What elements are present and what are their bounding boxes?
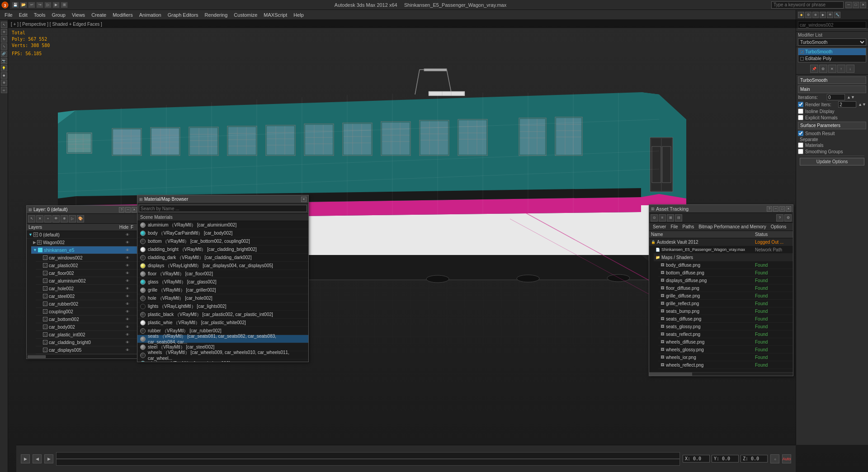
mat-item-displays[interactable]: displays （VRayLightMtl） [car_displays004… (137, 262, 308, 270)
min-button[interactable]: ─ (845, 2, 852, 8)
sidebar-camera[interactable]: 📷 (1, 58, 7, 64)
asset-panel-controls[interactable]: ? ─ □ ✕ (767, 206, 791, 212)
asset-item-wheels-diffuse[interactable]: 🖼 wheels_diffuse.png Found (658, 338, 793, 346)
asset-menu-paths[interactable]: Paths (681, 224, 696, 230)
sidebar-link[interactable]: 🔗 (1, 51, 7, 57)
asset-tb1[interactable]: ⊙ (651, 214, 658, 222)
asset-item-wheels-glossy[interactable]: 🖼 wheels_glossy.png Found (658, 346, 793, 354)
asset-menu-server[interactable]: Server (651, 224, 668, 230)
layer-hide-cardisplays[interactable]: 👁 (124, 347, 131, 353)
layer-scrollbar-h[interactable] (27, 354, 139, 359)
asset-tb2[interactable]: ≡ (659, 214, 666, 222)
asset-scrollbar-thumb[interactable] (649, 373, 692, 376)
viewport-area[interactable]: [ + ] [ Perspective ] [ Shaded + Edged F… (8, 20, 868, 472)
layer-hide-wagon[interactable]: 👁 (124, 239, 131, 245)
material-panel-controls[interactable]: ✕ (301, 197, 307, 202)
sidebar-helpers[interactable]: ⊕ (1, 80, 7, 86)
rp-turbosmooth-title[interactable]: TurboSmooth (798, 76, 866, 84)
rp-iterations-input[interactable] (827, 94, 845, 100)
auto-key-btn[interactable]: Auto (782, 454, 791, 463)
layer-hide-carpint[interactable]: 👁 (124, 331, 131, 338)
rp-modifier-dropdown[interactable]: TurboSmooth Editable Poly Bend Twist (798, 38, 866, 46)
menu-graph-editors[interactable]: Graph Editors (165, 11, 201, 19)
menu-maxscript[interactable]: MAXScript (261, 11, 290, 19)
mat-item-floor[interactable]: floor （VRayMtl） [car_floor002] (137, 270, 308, 278)
layer-view-btn[interactable]: 👁 (52, 215, 60, 222)
asset-item-wheels-reflect[interactable]: 🖼 wheels_reflect.png Found (658, 361, 793, 369)
asset-col-name[interactable]: Name (651, 232, 755, 237)
mat-item-lights[interactable]: lights （VRayLightMtl） [car_lights002] (137, 302, 308, 311)
layer-close-btn[interactable]: ✕ (132, 207, 137, 212)
window-controls-left[interactable]: 💾 📂 ↩ ↪ ▷ ▶ ⊞ (10, 2, 70, 8)
menu-create[interactable]: Create (89, 11, 109, 19)
asset-panel-titlebar[interactable]: ⊞ Asset Tracking ? ─ □ ✕ (649, 205, 793, 213)
layer-color-btn[interactable]: 🎨 (77, 215, 84, 222)
rp-explicit-check[interactable] (798, 115, 803, 120)
rp-mod-delete[interactable]: ✕ (828, 65, 836, 73)
asset-tb4[interactable]: ⊟ (675, 214, 682, 222)
rp-isoline-check[interactable] (798, 109, 803, 114)
layer-item-coupling[interactable]: □ coupling002 👁 (36, 308, 139, 316)
rp-mod-turbosmooth[interactable]: TurboSmooth (798, 48, 866, 55)
menu-animation[interactable]: Animation (137, 11, 164, 19)
layer-hide-carcladding[interactable]: 👁 (124, 339, 131, 345)
rp-mod-editpoly[interactable]: Editable Poly (798, 55, 866, 62)
layer-hide-carbottom[interactable]: 👁 (124, 316, 131, 322)
asset-item-floor-diffuse[interactable]: 🖼 floor_diffuse.png Found (658, 284, 793, 292)
asset-item-maps[interactable]: 📁 Maps / Shaders (654, 254, 793, 261)
asset-tb-settings[interactable]: ⚙ (784, 214, 792, 222)
layer-panel-titlebar[interactable]: ⊞ Layer: 0 (default) ? ─ ✕ (27, 206, 139, 214)
wc-render[interactable]: ▷ (44, 2, 52, 8)
layer-hide-carrubber[interactable]: 👁 (124, 301, 131, 307)
play-btn[interactable]: ▶ (21, 454, 30, 463)
wc-viewports[interactable]: ⊞ (61, 2, 68, 8)
mat-item-seats[interactable]: seats （VRayMtl） [car_seats081, car_seats… (137, 335, 308, 343)
wc-renderall[interactable]: ▶ (52, 2, 60, 8)
rp-hierarchy-icon[interactable]: ⊕ (812, 12, 819, 18)
menu-customize[interactable]: Customize (231, 11, 260, 19)
menu-edit[interactable]: Edit (16, 11, 30, 19)
layer-item-car-alum[interactable]: □ car_aluminium002 👁 (36, 277, 139, 285)
rp-materials-check[interactable] (798, 142, 803, 148)
asset-item-body-diffuse[interactable]: 🖼 body_diffuse.png Found (658, 261, 793, 269)
menu-modifiers[interactable]: Modifiers (110, 11, 136, 19)
asset-item-scene-file[interactable]: 📄 Shinkansen_E5_Passenger_Wagon_vray.max… (654, 246, 793, 254)
asset-max-btn[interactable]: □ (779, 206, 785, 212)
layer-hide-carfloor[interactable]: 👁 (124, 270, 131, 276)
mat-item-glass[interactable]: glass （VRayMtl） [car_glass002] (137, 278, 308, 286)
layer-delete-btn[interactable]: ✕ (36, 215, 43, 222)
timeline-area[interactable] (56, 452, 680, 466)
rp-motion-icon[interactable]: ▶ (820, 12, 826, 18)
sidebar-move[interactable]: ✛ (1, 29, 7, 35)
layer-item-car-steel[interactable]: □ car_steel002 👁 (36, 293, 139, 300)
asset-item-grille-reflect[interactable]: 🖼 grille_reflect.png Found (658, 300, 793, 307)
rp-create-icon[interactable]: ◆ (798, 12, 804, 18)
asset-min-btn[interactable]: ─ (773, 206, 778, 212)
menu-group[interactable]: Group (49, 11, 68, 19)
menu-tools[interactable]: Tools (31, 11, 48, 19)
rp-smoothing-check[interactable] (798, 149, 803, 154)
sidebar-select[interactable]: ↖ (1, 22, 7, 28)
sidebar-space[interactable]: ∞ (1, 87, 7, 93)
menu-views[interactable]: Views (69, 11, 88, 19)
mat-item-body[interactable]: body （VRayCarPaintMtl） [car_body002] (137, 229, 308, 237)
mat-item-aluminium[interactable]: aluminium （VRayMtl） [car_aluminium002] (137, 221, 308, 229)
rp-smooth-check[interactable] (798, 131, 803, 136)
layer-panel-controls[interactable]: ? ─ ✕ (119, 207, 137, 212)
rp-mod-pin[interactable]: 📌 (810, 65, 818, 73)
rp-surface-title[interactable]: Surface Parameters (798, 122, 866, 129)
layer-item-car-rubber[interactable]: □ car_rubber002 👁 (36, 300, 139, 308)
asset-col-status[interactable]: Status (755, 232, 791, 237)
layer-item-car-hole[interactable]: □ car_hole002 👁 (36, 285, 139, 293)
layer-hide-coupling[interactable]: 👁 (124, 308, 131, 315)
layer-hide-carbody[interactable]: 👁 (124, 324, 131, 330)
layer-hide-carsteel[interactable]: 👁 (124, 293, 131, 299)
layer-add-btn[interactable]: + (44, 215, 52, 222)
next-frame-btn[interactable]: ▶ (44, 454, 53, 463)
rp-update-options-btn[interactable]: Update Options (800, 158, 864, 165)
rp-mod-configure[interactable]: ⚙ (819, 65, 827, 73)
layer-item-car-windows[interactable]: □ car_windows002 👁 (36, 254, 139, 262)
wc-undo[interactable]: ↩ (28, 2, 35, 8)
layer-hide-shin[interactable]: 👁 (124, 247, 131, 253)
rp-mod-down[interactable]: ↓ (846, 65, 854, 73)
